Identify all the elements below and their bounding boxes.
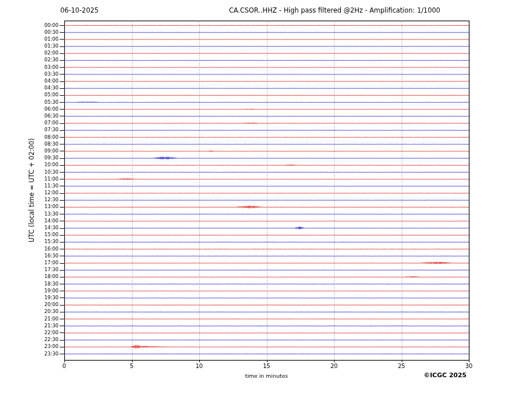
y-tick-label: 22:30 xyxy=(23,337,59,342)
y-tick-label: 15:30 xyxy=(23,239,59,244)
y-tick-label: 01:30 xyxy=(23,44,59,49)
helicorder-plot-canvas xyxy=(0,0,532,399)
y-tick-label: 06:00 xyxy=(23,107,59,112)
plot-title: CA.CSOR..HHZ - High pass filtered @2Hz -… xyxy=(191,6,478,14)
y-tick-label: 09:30 xyxy=(23,155,59,161)
y-tick-label: 19:30 xyxy=(23,295,59,300)
x-tick-label: 10 xyxy=(191,363,208,370)
y-tick-label: 13:00 xyxy=(23,204,59,209)
y-tick-label: 09:00 xyxy=(23,148,59,154)
y-tick-label: 02:00 xyxy=(23,50,59,56)
y-tick-label: 10:30 xyxy=(23,170,59,175)
y-tick-label: 04:30 xyxy=(23,85,59,91)
y-tick-label: 23:00 xyxy=(23,344,59,349)
y-tick-label: 01:00 xyxy=(23,37,59,42)
y-tick-label: 06:30 xyxy=(23,114,59,119)
x-tick-label: 25 xyxy=(393,363,410,370)
y-tick-label: 22:00 xyxy=(23,330,59,335)
y-tick-label: 08:00 xyxy=(23,135,59,140)
y-tick-label: 04:00 xyxy=(23,79,59,84)
y-tick-label: 14:30 xyxy=(23,225,59,230)
y-tick-label: 07:30 xyxy=(23,127,59,132)
y-tick-label: 11:00 xyxy=(23,177,59,182)
y-tick-label: 03:30 xyxy=(23,72,59,77)
helicorder-page: 06-10-2025 CA.CSOR..HHZ - High pass filt… xyxy=(0,0,532,399)
x-tick-label: 15 xyxy=(258,363,275,370)
y-tick-label: 20:00 xyxy=(23,302,59,307)
y-tick-label: 16:00 xyxy=(23,247,59,252)
y-tick-label: 07:00 xyxy=(23,120,59,126)
y-tick-label: 23:30 xyxy=(23,351,59,357)
y-tick-label: 13:30 xyxy=(23,212,59,217)
x-tick-label: 20 xyxy=(325,363,343,370)
y-tick-label: 10:00 xyxy=(23,162,59,167)
y-tick-label: 21:30 xyxy=(23,323,59,328)
y-tick-label: 19:00 xyxy=(23,288,59,294)
y-tick-label: 08:30 xyxy=(23,142,59,147)
y-tick-label: 18:00 xyxy=(23,274,59,279)
y-tick-label: 00:00 xyxy=(23,23,59,28)
y-tick-label: 12:00 xyxy=(23,190,59,195)
y-tick-label: 17:00 xyxy=(23,260,59,265)
y-tick-label: 17:30 xyxy=(23,267,59,272)
y-tick-label: 02:30 xyxy=(23,57,59,62)
y-tick-label: 16:30 xyxy=(23,253,59,259)
x-tick-label: 5 xyxy=(123,363,141,370)
date-label: 06-10-2025 xyxy=(60,6,99,14)
x-tick-label: 30 xyxy=(460,363,477,370)
y-tick-label: 00:30 xyxy=(23,30,59,35)
y-tick-label: 15:00 xyxy=(23,232,59,237)
y-tick-label: 03:00 xyxy=(23,65,59,70)
y-tick-label: 05:30 xyxy=(23,100,59,105)
x-tick-label: 0 xyxy=(56,363,73,370)
y-tick-label: 18:30 xyxy=(23,281,59,287)
y-tick-label: 12:30 xyxy=(23,197,59,202)
y-tick-label: 11:30 xyxy=(23,183,59,189)
y-tick-label: 05:00 xyxy=(23,92,59,97)
copyright-label: ©ICGC 2025 xyxy=(398,371,467,379)
y-tick-label: 20:30 xyxy=(23,309,59,314)
y-tick-label: 21:00 xyxy=(23,316,59,322)
y-tick-label: 14:00 xyxy=(23,218,59,224)
